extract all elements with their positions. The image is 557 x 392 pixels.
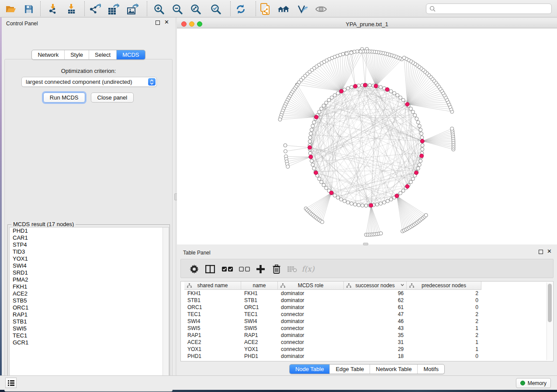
mcds-result-item[interactable]: RAP1 [10,311,169,318]
show-column-icon[interactable] [204,263,217,275]
zoom-in-icon[interactable] [153,3,165,15]
mcds-result-item[interactable]: YOX1 [10,255,169,262]
table-cell[interactable]: connector [278,325,344,332]
table-cell[interactable]: TEC1 [184,311,241,318]
table-cell[interactable]: RAP1 [241,332,278,339]
table-cell[interactable]: ACE2 [241,339,278,346]
run-mcds-button[interactable]: Run MCDS [43,93,85,103]
task-history-button[interactable] [5,378,17,388]
criterion-select[interactable]: largest connected component (undirected) [21,77,157,87]
search-input[interactable] [438,6,551,12]
table-cell[interactable]: ORC1 [184,304,241,311]
table-cell[interactable]: 2 [407,311,481,318]
table-cell[interactable]: SWI4 [184,318,241,325]
table-cell[interactable]: connector [278,339,344,346]
close-panel-button[interactable]: Close panel [91,93,134,103]
table-row[interactable]: SWI4SWI4dominator462 [184,318,481,325]
column-header-name[interactable]: name [241,282,278,290]
table-cell[interactable]: 2 [407,332,481,339]
table-cell[interactable]: ORC1 [241,304,278,311]
select-all-icon[interactable] [221,263,234,275]
table-cell[interactable]: 18 [344,353,407,360]
zoom-out-icon[interactable] [171,3,183,15]
table-cell[interactable]: ACE2 [184,339,241,346]
mcds-result-item[interactable]: CAR1 [10,234,169,241]
memory-button[interactable]: Memory [516,378,551,388]
table-cell[interactable]: YOX1 [184,346,241,353]
export-image-icon[interactable] [126,3,138,15]
home-pages-icon[interactable] [277,3,290,15]
table-row[interactable]: PHD1PHD1dominator180 [184,353,481,360]
column-header-MCDS-role[interactable]: MCDS role [278,282,344,290]
table-cell[interactable]: FKH1 [184,290,241,297]
table-row[interactable]: YOX1YOX1connector291 [184,346,481,353]
table-row[interactable]: SWI5SWI5connector431 [184,325,481,332]
mcds-result-item[interactable]: STB1 [10,318,169,325]
refresh-layout-icon[interactable] [235,3,247,15]
sort-chevron-icon[interactable] [401,284,404,286]
tab-edge-table[interactable]: Edge Table [329,364,370,374]
table-cell[interactable]: YOX1 [241,346,278,353]
table-row[interactable]: RAP1RAP1dominator352 [184,332,481,339]
table-cell[interactable]: 96 [344,290,407,297]
tab-network[interactable]: Network [32,50,64,59]
delete-column-icon[interactable] [270,263,283,275]
mcds-result-item[interactable]: FKH1 [10,283,169,290]
table-cell[interactable]: STB1 [241,297,278,304]
table-cell[interactable]: connector [278,311,344,318]
mcds-result-item[interactable]: TEC1 [10,332,169,339]
save-session-icon[interactable] [23,3,35,15]
table-row[interactable]: STB1STB1dominator620 [184,297,481,304]
table-cell[interactable]: 47 [344,311,407,318]
table-cell[interactable]: 0 [407,297,481,304]
open-file-icon[interactable] [5,3,17,15]
zoom-fit-icon[interactable] [190,3,202,15]
mcds-result-item[interactable]: STB5 [10,297,169,304]
table-cell[interactable]: FKH1 [241,290,278,297]
toggle-graphics-details-icon[interactable] [296,3,308,15]
table-cell[interactable]: SWI5 [241,325,278,332]
share-network-icon[interactable] [259,3,271,15]
table-cell[interactable]: 46 [344,318,407,325]
table-cell[interactable]: 61 [344,304,407,311]
table-row[interactable]: TEC1TEC1connector472 [184,311,481,318]
mcds-result-item[interactable]: ACE2 [10,290,169,297]
table-cell[interactable]: 35 [344,332,407,339]
table-cell[interactable]: 2 [407,318,481,325]
tab-node-table[interactable]: Node Table [290,364,330,374]
show-hide-icon[interactable] [315,3,327,15]
network-titlebar[interactable]: YPA_prune.txt_1 [177,20,557,28]
table-cell[interactable]: PHD1 [184,353,241,360]
table-cell[interactable]: 29 [344,346,407,353]
mcds-result-item[interactable]: GCR1 [10,339,169,346]
table-cell[interactable]: 0 [407,353,481,360]
table-cell[interactable]: 43 [344,325,407,332]
tab-mcds[interactable]: MCDS [116,50,145,59]
table-settings-icon[interactable] [187,263,201,275]
column-header-successor-nodes[interactable]: successor nodes [344,282,407,290]
table-cell[interactable]: 62 [344,297,407,304]
table-row[interactable]: ACE2ACE2connector311 [184,339,481,346]
mcds-result-item[interactable]: SWI5 [10,325,169,332]
table-cell[interactable]: dominator [278,290,344,297]
table-cell[interactable]: connector [278,346,344,353]
search-field[interactable] [426,3,552,14]
tab-motifs[interactable]: Motifs [417,364,444,374]
column-header-predecessor-nodes[interactable]: predecessor nodes [407,282,481,290]
mcds-result-item[interactable]: PMA2 [10,276,169,283]
close-table-panel-icon[interactable]: ✕ [547,248,552,254]
table-cell[interactable]: TEC1 [241,311,278,318]
table-cell[interactable]: 1 [407,325,481,332]
import-table-icon[interactable] [66,3,78,15]
table-cell[interactable]: 0 [407,304,481,311]
table-cell[interactable]: PHD1 [241,353,278,360]
table-cell[interactable]: dominator [278,353,344,360]
float-panel-icon[interactable] [156,21,160,25]
table-cell[interactable]: dominator [278,318,344,325]
zoom-selected-icon[interactable] [210,3,222,15]
table-cell[interactable]: dominator [278,332,344,339]
close-panel-icon[interactable]: ✕ [164,19,169,25]
table-cell[interactable]: dominator [278,304,344,311]
table-cell[interactable]: 1 [407,339,481,346]
export-table-icon[interactable] [107,3,119,15]
